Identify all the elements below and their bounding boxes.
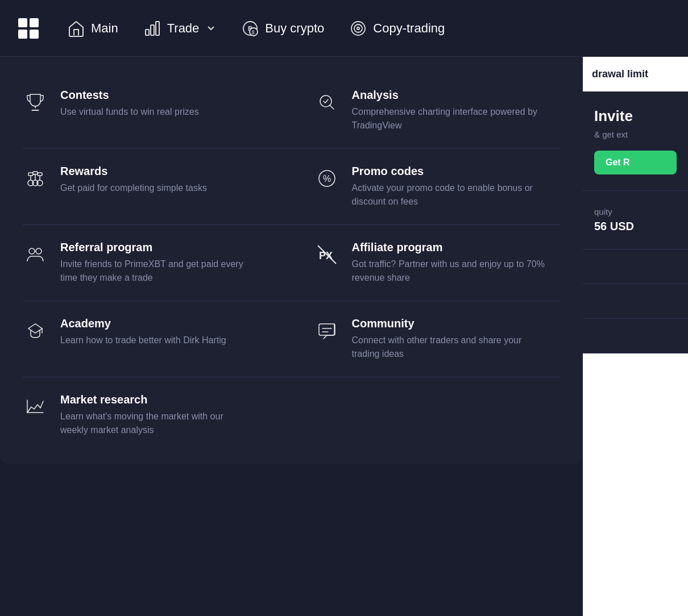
invite-section: Invite & get ext Get R [583,91,688,190]
svg-rect-0 [18,18,27,27]
panel-spacer-2 [583,284,688,318]
dropdown-item-promo[interactable]: % Promo codes Activate your promo code t… [292,151,583,222]
analysis-icon [314,90,339,115]
nav-copy-trading-label: Copy-trading [373,21,445,36]
chevron-down-icon [206,23,216,34]
invite-title: Invite [594,107,677,125]
referral-icon [23,242,48,267]
dropdown-item-affiliate[interactable]: PX Affiliate program Got traffic? Partne… [292,227,583,298]
affiliate-desc: Got traffic? Partner with us and enjoy u… [352,257,545,285]
trophy-icon [23,90,48,115]
svg-point-24 [36,248,42,254]
dropdown-item-academy[interactable]: Academy Learn how to trade better with D… [0,303,292,374]
contests-desc: Use virtual funds to win real prizes [60,105,199,119]
panel-spacer-3 [583,319,688,353]
nav-copy-trading[interactable]: Copy-trading [339,14,455,43]
analysis-desc: Comprehensive charting interface powered… [352,105,545,132]
academy-icon [23,318,48,343]
market-research-icon [23,394,48,419]
svg-text:%: % [323,174,331,184]
divider-3 [23,301,560,301]
svg-text:PX: PX [319,250,333,261]
svg-point-11 [351,22,365,35]
divider-line-4 [583,353,688,353]
rewards-title: Rewards [60,165,207,178]
divider-2 [23,224,560,225]
rewards-desc: Get paid for completing simple tasks [60,181,207,195]
dropdown-item-market-research[interactable]: Market research Learn what's moving the … [0,380,292,451]
rewards-icon [23,166,48,191]
community-desc: Connect with other traders and share you… [352,334,545,361]
nav-buy-crypto-label: Buy crypto [265,21,324,36]
svg-rect-27 [319,324,335,335]
invite-subtitle: & get ext [594,130,677,139]
svg-rect-19 [33,172,38,174]
equity-section: quity 56 USD [583,190,688,249]
svg-rect-3 [30,30,39,39]
nav-main[interactable]: Main [57,14,129,43]
promo-icon: % [314,166,339,191]
referral-desc: Invite friends to PrimeXBT and get paid … [60,257,254,285]
academy-desc: Learn how to trade better with Dirk Hart… [60,334,226,347]
svg-rect-20 [38,173,42,176]
academy-title: Academy [60,317,226,330]
trade-icon [143,19,161,38]
dropdown-grid: Contests Use virtual funds to win real p… [0,75,583,451]
svg-text:$: $ [252,30,255,35]
dropdown-item-referral[interactable]: Referral program Invite friends to Prime… [0,227,292,298]
svg-point-12 [354,24,362,32]
home-icon [67,19,85,38]
svg-rect-5 [151,25,154,35]
market-research-desc: Learn what's moving the market with our … [60,410,254,437]
nav-trade[interactable]: Trade [133,14,227,43]
promo-title: Promo codes [352,165,545,178]
equity-value: 56 USD [594,220,677,233]
svg-point-23 [29,248,35,254]
divider-1 [23,148,560,149]
svg-rect-18 [28,173,33,176]
market-research-title: Market research [60,393,254,406]
logo[interactable] [14,14,43,43]
empty-cell [292,380,583,451]
copy-trading-icon [349,19,367,38]
analysis-title: Analysis [352,89,545,102]
dropdown-item-community[interactable]: Community Connect with other traders and… [292,303,583,374]
panel-spacer-1 [583,249,688,284]
dropdown-item-analysis[interactable]: Analysis Comprehensive charting interfac… [292,75,583,146]
affiliate-icon: PX [314,242,339,267]
nav-trade-label: Trade [167,21,200,36]
equity-label: quity [594,207,677,217]
svg-rect-1 [30,18,39,27]
navbar: Main Trade B $ Buy crypto Copy-trading [0,0,688,57]
right-panel: drawal limit Invite & get ext Get R quit… [583,57,688,616]
dropdown-item-contests[interactable]: Contests Use virtual funds to win real p… [0,75,292,146]
svg-point-13 [357,27,359,30]
dropdown-item-rewards[interactable]: Rewards Get paid for completing simple t… [0,151,292,222]
referral-title: Referral program [60,241,254,254]
nav-buy-crypto[interactable]: B $ Buy crypto [231,14,334,43]
dropdown-menu: Contests Use virtual funds to win real p… [0,57,583,464]
contests-title: Contests [60,89,199,102]
community-title: Community [352,317,545,330]
svg-rect-6 [156,22,159,35]
community-icon [314,318,339,343]
promo-desc: Activate your promo code to enable bonus… [352,181,545,209]
affiliate-title: Affiliate program [352,241,545,254]
svg-rect-4 [146,30,149,35]
svg-rect-2 [18,30,27,39]
divider-4 [23,377,560,377]
withdrawal-limit-text: drawal limit [583,57,688,91]
get-referral-button[interactable]: Get R [594,151,677,174]
buy-crypto-icon: B $ [241,19,259,38]
nav-main-label: Main [91,21,118,36]
